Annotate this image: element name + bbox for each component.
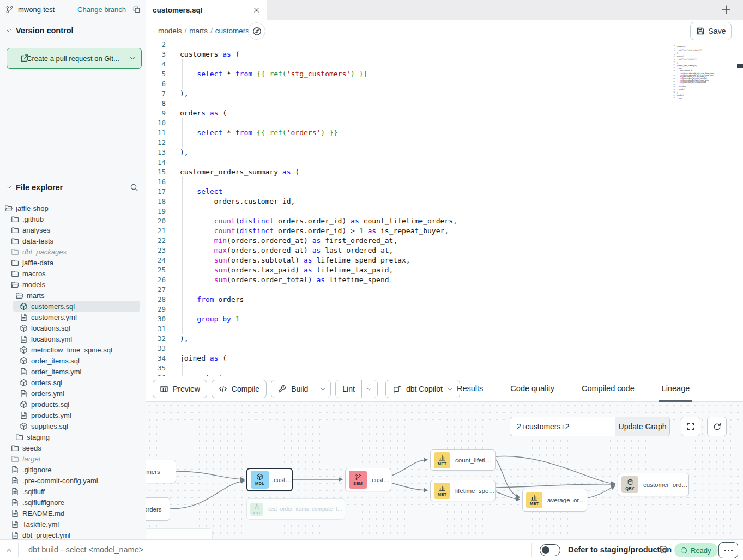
dbt-copilot-button[interactable]: dbt Copilot	[385, 380, 460, 398]
code-line-28[interactable]: 28 from orders	[146, 295, 743, 305]
explore-lineage-button[interactable]	[248, 22, 265, 40]
code-line-36[interactable]: 36 select	[672, 98, 717, 100]
code-line-17[interactable]: 17 select	[146, 187, 743, 197]
tab-lineage[interactable]: Lineage	[659, 376, 693, 402]
file-item--gitignore[interactable]: .gitignore	[0, 464, 146, 475]
file-item-order-items-yml[interactable]: order_items.yml	[0, 366, 146, 377]
file-item-models[interactable]: models	[0, 279, 146, 290]
file-item-dbt-packages[interactable]: dbt_packages	[0, 246, 146, 257]
code-line-20[interactable]: 20 count(distinct orders.order_id) as co…	[146, 216, 743, 226]
code-line-5[interactable]: 5 select * from {{ ref('stg_customers') …	[146, 69, 743, 79]
file-item-data-tests[interactable]: data-tests	[0, 235, 146, 246]
lineage-node-average-order-value[interactable]: METaverage_order_value	[522, 489, 587, 512]
code-line-29[interactable]: 29	[146, 305, 743, 314]
breadcrumb-item[interactable]: models	[158, 27, 182, 35]
code-line-25[interactable]: 25 sum(orders.tax_paid) as lifetime_tax_…	[146, 265, 743, 275]
code-line-16[interactable]: 16	[146, 177, 743, 187]
tab-code-quality[interactable]: Code quality	[508, 376, 557, 402]
code-line-32[interactable]: 32),	[146, 334, 743, 344]
file-item-dbt-project-yml[interactable]: dbt_project.yml	[0, 529, 146, 540]
editor-minimap[interactable]: 23customers as (45 select * from {{ ref(…	[672, 45, 717, 154]
lineage-node-customer-order-metrics[interactable]: QRYcustomer_order_metrics	[618, 473, 689, 496]
file-item-marts[interactable]: marts	[0, 290, 146, 301]
code-line-8[interactable]: 8	[146, 99, 743, 108]
code-line-14[interactable]: 14	[146, 157, 743, 167]
code-line-27[interactable]: 27	[146, 285, 743, 295]
file-item-products-sql[interactable]: products.sql	[0, 399, 146, 410]
file-item-orders-sql[interactable]: orders.sql	[0, 377, 146, 388]
fullscreen-button[interactable]	[681, 417, 700, 436]
code-line-31[interactable]: 31	[146, 324, 743, 334]
code-line-7[interactable]: 7),	[146, 89, 743, 99]
lineage-node-orders[interactable]: MDLorders	[146, 497, 170, 521]
lineage-node-count-lifetime-orders[interactable]: METcount_lifetime_orders	[430, 449, 496, 471]
file-item--pre-commit-config-yaml[interactable]: .pre-commit-config.yaml	[0, 475, 146, 486]
code-line-24[interactable]: 24 sum(orders.subtotal) as lifetime_spen…	[146, 255, 743, 265]
command-input[interactable]: dbt build --select <model_name>	[28, 545, 143, 554]
code-line-34[interactable]: 34joined as (	[146, 354, 743, 363]
code-line-33[interactable]: 33	[146, 344, 743, 354]
code-line-26[interactable]: 26 sum(orders.order_total) as lifetime_s…	[146, 275, 743, 285]
code-line-18[interactable]: 18 orders.customer_id,	[146, 197, 743, 206]
code-line-3[interactable]: 3customers as (	[146, 50, 743, 59]
file-item--sqlfluffignore[interactable]: .sqlfluffignore	[0, 497, 146, 508]
search-icon[interactable]	[130, 183, 138, 192]
refresh-icon[interactable]	[707, 417, 727, 436]
code-line-12[interactable]: 12	[146, 138, 743, 148]
code-editor[interactable]: 23customers as (45 select * from {{ ref(…	[146, 41, 743, 376]
file-item-products-yml[interactable]: products.yml	[0, 410, 146, 421]
file-item-orders-yml[interactable]: orders.yml	[0, 388, 146, 399]
lineage-node-customers-model[interactable]: MDLcustomers	[246, 468, 293, 491]
file-item-order-items-sql[interactable]: order_items.sql	[0, 355, 146, 366]
scrollbar-handle[interactable]	[737, 64, 743, 68]
code-line-23[interactable]: 23 max(orders.ordered_at) as last_ordere…	[146, 246, 743, 255]
code-line-11[interactable]: 11 select * from {{ ref('orders') }}	[146, 128, 743, 138]
help-icon[interactable]: ?	[659, 545, 668, 554]
file-item-README-md[interactable]: README.md	[0, 508, 146, 519]
tab-customers-sql[interactable]: customers.sql	[146, 0, 267, 20]
file-item-jaffle-data[interactable]: jaffle-data	[0, 257, 146, 268]
save-button[interactable]: Save	[690, 22, 732, 40]
code-line-10[interactable]: 10	[146, 118, 743, 128]
file-item-jaffle-shop[interactable]: jaffle-shop	[0, 203, 146, 214]
defer-toggle[interactable]	[540, 544, 560, 556]
more-options-button[interactable]	[718, 542, 738, 558]
change-branch-link[interactable]: Change branch	[77, 5, 126, 14]
code-line-4[interactable]: 4	[146, 59, 743, 69]
file-explorer-header[interactable]: File explorer	[5, 183, 141, 192]
lineage-node-test-order-items[interactable]: TSTtest_order_items_compute_to_bools...	[246, 498, 345, 520]
close-icon[interactable]	[253, 7, 260, 14]
chevron-up-icon[interactable]	[2, 544, 15, 557]
breadcrumb-item[interactable]: marts	[189, 27, 208, 35]
file-item-customers-sql[interactable]: customers.sql	[13, 301, 140, 312]
lineage-node-customers-semantic[interactable]: SEMcustomers	[345, 468, 391, 491]
file-item-target[interactable]: target	[0, 453, 146, 464]
code-line-2[interactable]: 2	[146, 41, 743, 50]
new-tab-button[interactable]	[721, 4, 733, 16]
lineage-node-stg-customers[interactable]: MDLstg_customers	[146, 460, 176, 483]
file-item-supplies-sql[interactable]: supplies.sql	[0, 421, 146, 431]
pr-dropdown-caret[interactable]	[123, 48, 141, 68]
preview-button[interactable]: Preview	[153, 380, 207, 398]
tab-compiled-code[interactable]: Compiled code	[579, 376, 637, 402]
lineage-node-lifetime-spend-pretax[interactable]: METlifetime_spend_pretax	[430, 480, 496, 501]
file-item-staging[interactable]: staging	[0, 431, 146, 442]
file-item-metricflow-time-spine-sql[interactable]: metricflow_time_spine.sql	[0, 344, 146, 355]
update-graph-button[interactable]: Update Graph	[615, 417, 670, 436]
lint-button[interactable]: Lint	[335, 380, 378, 398]
lint-dropdown-caret[interactable]	[361, 380, 377, 398]
code-line-22[interactable]: 22 min(orders.ordered_at) as first_order…	[146, 236, 743, 246]
copy-icon[interactable]	[132, 5, 141, 14]
file-item-seeds[interactable]: seeds	[0, 442, 146, 453]
compile-button[interactable]: Compile	[212, 380, 267, 398]
lineage-node-partial-node[interactable]	[146, 528, 213, 539]
code-line-13[interactable]: 13),	[146, 148, 743, 157]
create-pull-request-button[interactable]: Create a pull request on Git...	[7, 48, 142, 69]
file-item-customers-yml[interactable]: customers.yml	[0, 312, 146, 322]
code-line-35[interactable]: 35	[146, 363, 743, 373]
file-item-locations-sql[interactable]: locations.sql	[0, 322, 146, 333]
file-item--sqlfluff[interactable]: .sqlfluff	[0, 486, 146, 497]
build-dropdown-caret[interactable]	[315, 380, 330, 398]
code-line-6[interactable]: 6	[146, 79, 743, 89]
code-line-30[interactable]: 30 group by 1	[146, 314, 743, 324]
